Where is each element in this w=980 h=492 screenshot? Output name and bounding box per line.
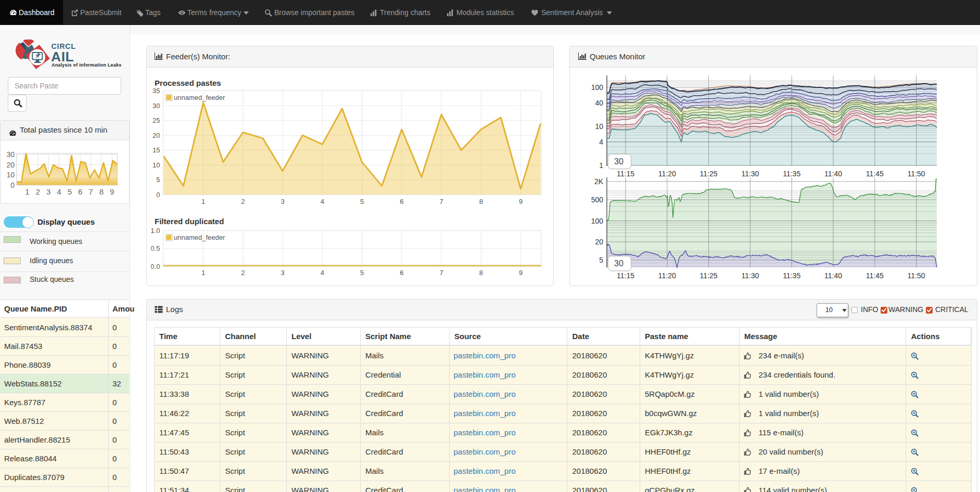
svg-text:2: 2 bbox=[241, 198, 245, 205]
svg-text:4: 4 bbox=[321, 269, 324, 277]
svg-text:30: 30 bbox=[6, 150, 15, 159]
svg-text:5: 5 bbox=[360, 269, 364, 277]
svg-text:6: 6 bbox=[78, 187, 82, 196]
svg-text:20: 20 bbox=[6, 161, 15, 169]
svg-text:2K: 2K bbox=[594, 177, 604, 186]
svg-text:11:30: 11:30 bbox=[741, 271, 759, 280]
svg-text:11:50: 11:50 bbox=[908, 271, 925, 280]
svg-text:0: 0 bbox=[156, 191, 160, 199]
svg-text:1: 1 bbox=[201, 269, 205, 277]
svg-text:4: 4 bbox=[599, 138, 603, 146]
svg-text:4: 4 bbox=[321, 198, 324, 205]
svg-text:7: 7 bbox=[88, 187, 93, 196]
svg-text:5: 5 bbox=[360, 198, 364, 205]
svg-text:1: 1 bbox=[599, 161, 603, 170]
svg-text:8: 8 bbox=[99, 187, 104, 196]
svg-text:4: 4 bbox=[57, 187, 61, 196]
svg-text:0.5: 0.5 bbox=[151, 244, 160, 252]
svg-text:0: 0 bbox=[10, 181, 15, 189]
svg-text:10: 10 bbox=[595, 122, 603, 131]
svg-text:5: 5 bbox=[599, 256, 603, 264]
svg-text:Analysis of Information Leaks: Analysis of Information Leaks bbox=[52, 62, 121, 68]
svg-text:7: 7 bbox=[439, 198, 443, 205]
svg-text:3: 3 bbox=[281, 198, 284, 205]
svg-text:30: 30 bbox=[152, 102, 160, 110]
svg-text:20: 20 bbox=[152, 132, 160, 139]
svg-text:unnamed_feeder: unnamed_feeder bbox=[174, 94, 225, 101]
svg-text:20: 20 bbox=[595, 238, 603, 246]
svg-text:11:20: 11:20 bbox=[658, 271, 676, 280]
svg-text:1.0: 1.0 bbox=[151, 227, 160, 235]
svg-text:0.0: 0.0 bbox=[151, 263, 160, 270]
svg-text:3: 3 bbox=[46, 187, 50, 196]
svg-text:1: 1 bbox=[25, 187, 29, 196]
svg-text:40: 40 bbox=[595, 99, 603, 107]
svg-text:11:15: 11:15 bbox=[617, 271, 634, 280]
svg-text:11:40: 11:40 bbox=[824, 271, 842, 280]
svg-text:11:25: 11:25 bbox=[700, 271, 718, 280]
svg-text:35: 35 bbox=[152, 87, 160, 95]
svg-text:8: 8 bbox=[479, 269, 483, 277]
svg-text:3: 3 bbox=[281, 269, 284, 277]
svg-text:unnamed_feeder: unnamed_feeder bbox=[174, 234, 225, 241]
svg-text:500: 500 bbox=[591, 196, 604, 204]
svg-text:5: 5 bbox=[68, 187, 72, 196]
svg-text:100: 100 bbox=[591, 217, 604, 225]
svg-text:11:45: 11:45 bbox=[866, 271, 884, 280]
svg-text:100: 100 bbox=[591, 83, 604, 92]
svg-text:6: 6 bbox=[400, 198, 403, 205]
svg-text:5: 5 bbox=[156, 176, 160, 184]
svg-text:2: 2 bbox=[36, 187, 40, 196]
svg-text:9: 9 bbox=[519, 269, 523, 277]
svg-text:10: 10 bbox=[152, 161, 160, 169]
svg-text:15: 15 bbox=[152, 146, 160, 154]
svg-text:1: 1 bbox=[201, 198, 205, 205]
svg-text:10: 10 bbox=[6, 171, 15, 179]
svg-text:8: 8 bbox=[479, 198, 483, 205]
svg-text:2: 2 bbox=[241, 269, 245, 277]
svg-text:11:35: 11:35 bbox=[783, 271, 800, 280]
svg-text:25: 25 bbox=[152, 116, 160, 124]
svg-text:9: 9 bbox=[110, 187, 114, 196]
svg-text:9: 9 bbox=[519, 198, 523, 205]
svg-text:6: 6 bbox=[400, 269, 403, 277]
svg-text:7: 7 bbox=[439, 269, 443, 277]
